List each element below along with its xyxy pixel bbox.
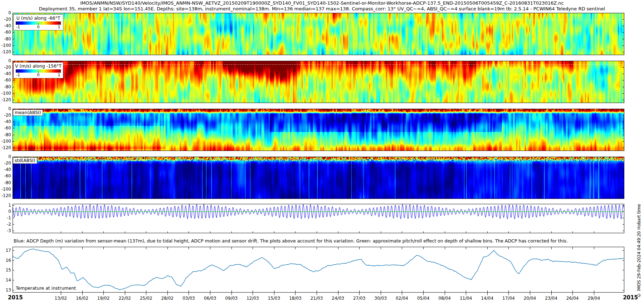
axis-tick bbox=[359, 247, 360, 249]
axis-tick bbox=[13, 80, 14, 80]
axis-tick bbox=[623, 74, 624, 74]
axis-tick bbox=[623, 157, 624, 157]
axis-tick bbox=[210, 247, 210, 249]
axis-tick bbox=[210, 293, 210, 295]
axis-tick bbox=[13, 39, 14, 39]
x-tick-label: 08/04 bbox=[435, 296, 455, 301]
axis-tick bbox=[487, 290, 488, 292]
axis-tick bbox=[103, 231, 104, 233]
depth-variation-annotation: Blue: ADCP Depth (m) variation from sens… bbox=[14, 238, 568, 244]
axis-tick bbox=[623, 128, 624, 128]
axis-tick bbox=[623, 115, 624, 116]
axis-tick bbox=[623, 141, 624, 142]
axis-tick bbox=[295, 293, 296, 295]
axis-tick bbox=[359, 231, 360, 233]
axis-tick bbox=[13, 141, 14, 142]
axis-tick bbox=[189, 290, 189, 292]
axis-tick bbox=[167, 293, 168, 295]
axis-tick bbox=[13, 196, 14, 196]
axis-tick bbox=[125, 290, 125, 292]
x-tick-label: 12/03 bbox=[243, 296, 263, 301]
axis-tick bbox=[103, 293, 104, 295]
y-tick-label: -80 bbox=[0, 84, 11, 89]
axis-tick bbox=[381, 290, 381, 292]
axis-tick bbox=[295, 231, 296, 233]
axis-tick bbox=[338, 290, 338, 292]
axis-tick bbox=[623, 170, 624, 170]
x-tick-label: 30/03 bbox=[371, 296, 391, 301]
axis-tick bbox=[125, 247, 125, 249]
title-line-1: IMOS/ANMN/NSW/SYD140/Velocity/IMOS_ANMN-… bbox=[0, 0, 644, 6]
x-tick-label: 16/02 bbox=[72, 296, 92, 301]
axis-tick bbox=[594, 231, 594, 233]
axis-tick bbox=[295, 290, 296, 292]
axis-tick bbox=[13, 157, 14, 157]
axis-tick bbox=[402, 247, 402, 249]
axis-tick bbox=[274, 231, 274, 233]
axis-tick bbox=[623, 290, 624, 290]
y-tick-label: -2 bbox=[0, 222, 11, 227]
axis-tick bbox=[231, 293, 232, 295]
axis-tick bbox=[13, 250, 14, 251]
axis-tick bbox=[317, 247, 317, 249]
axis-tick bbox=[445, 247, 445, 249]
colorbar-tick-label: 1 bbox=[58, 25, 60, 29]
y-tick-label: 0 bbox=[0, 58, 11, 63]
y-tick-label: -80 bbox=[0, 132, 11, 137]
x-tick-label: 23/04 bbox=[541, 296, 561, 301]
axis-tick bbox=[508, 247, 509, 249]
axis-tick bbox=[13, 87, 14, 87]
axis-tick bbox=[146, 293, 146, 295]
v-colorbar bbox=[16, 69, 61, 73]
x-tick-label: 21/03 bbox=[307, 296, 327, 301]
axis-tick bbox=[13, 32, 14, 33]
u-colorbar-legend: U (m/s) along -66°T -1 0 1 bbox=[13, 14, 63, 30]
axis-tick bbox=[13, 205, 14, 206]
axis-tick bbox=[466, 231, 466, 233]
axis-tick bbox=[231, 247, 232, 249]
x-tick-label: 22/02 bbox=[115, 296, 135, 301]
axis-tick bbox=[13, 128, 14, 128]
axis-tick bbox=[295, 247, 296, 249]
v-colorbar-legend: V (m/s) along -156°T -1 0 1 bbox=[13, 62, 63, 78]
axis-tick bbox=[210, 290, 210, 292]
axis-tick bbox=[103, 290, 104, 292]
axis-tick bbox=[623, 260, 624, 261]
panel-v-velocity bbox=[13, 61, 624, 103]
axis-tick bbox=[530, 247, 530, 249]
axis-tick bbox=[146, 247, 146, 249]
axis-tick bbox=[445, 231, 445, 233]
axis-tick bbox=[13, 61, 14, 61]
y-tick-label: 0 bbox=[0, 154, 11, 159]
y-tick-label: -20 bbox=[0, 161, 11, 166]
y-tick-label: -100 bbox=[0, 139, 11, 144]
axis-tick bbox=[623, 109, 624, 109]
y-tick-label: 1 bbox=[0, 203, 11, 208]
x-tick-label: 29/04 bbox=[584, 296, 604, 301]
axis-tick bbox=[13, 211, 14, 212]
axis-tick bbox=[338, 247, 338, 249]
axis-tick bbox=[445, 290, 445, 292]
axis-tick bbox=[594, 290, 594, 292]
axis-tick bbox=[13, 176, 14, 176]
axis-tick bbox=[445, 293, 445, 295]
axis-tick bbox=[551, 247, 552, 249]
axis-tick bbox=[13, 122, 14, 122]
y-tick-label: -120 bbox=[0, 97, 11, 102]
axis-tick bbox=[623, 100, 624, 100]
axis-tick bbox=[253, 290, 253, 292]
x-tick-label: 27/03 bbox=[349, 296, 369, 301]
axis-tick bbox=[317, 293, 317, 295]
title-line-2: Deployment 35, member 1 lat=34S lon=151.… bbox=[0, 6, 644, 11]
y-tick-label: -100 bbox=[0, 187, 11, 192]
axis-tick bbox=[13, 280, 14, 280]
axis-tick bbox=[623, 211, 624, 212]
axis-tick bbox=[487, 231, 488, 233]
axis-tick bbox=[423, 290, 424, 292]
std-absi-heatmap bbox=[13, 157, 624, 198]
y-tick-label: -40 bbox=[0, 167, 11, 172]
y-tick-label: -20 bbox=[0, 17, 11, 22]
axis-tick bbox=[623, 135, 624, 135]
axis-tick bbox=[13, 189, 14, 190]
axis-tick bbox=[623, 80, 624, 80]
